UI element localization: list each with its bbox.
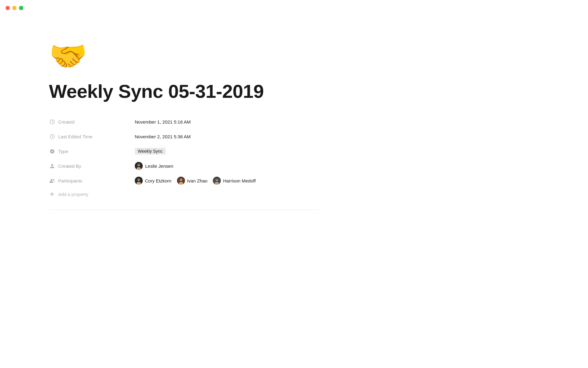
add-property-label: Add a property: [58, 192, 88, 197]
participants-group: Cory Etzkorn Ivan Zhao: [135, 177, 256, 185]
participant-cory-name: Cory Etzkorn: [145, 178, 172, 183]
clock-icon-last-edited: [49, 133, 55, 140]
property-label-participants: Participants: [49, 178, 135, 184]
property-row-created-by[interactable]: Created By Leslie Jensen: [49, 159, 318, 173]
property-label-created: Created: [49, 119, 135, 125]
avatar-cory: [135, 177, 143, 185]
type-icon: [49, 148, 55, 154]
avatar-ivan: [177, 177, 185, 185]
created-value: November 1, 2021 5:16 AM: [135, 119, 191, 125]
participants-value: Cory Etzkorn Ivan Zhao: [135, 177, 256, 185]
avatar-harrison: [213, 177, 221, 185]
property-label-last-edited: Last Edited Time: [49, 133, 135, 140]
svg-point-6: [139, 165, 140, 165]
minimize-button[interactable]: [12, 6, 17, 10]
property-label-type: Type: [49, 148, 135, 154]
participants-label: Participants: [58, 178, 82, 183]
svg-point-13: [139, 179, 140, 180]
content-divider: [49, 209, 318, 210]
property-row-type[interactable]: Type Weekly Sync: [49, 144, 318, 159]
participant-cory: Cory Etzkorn: [135, 177, 172, 185]
participant-harrison: Harrison Medoff: [213, 177, 255, 185]
type-badge[interactable]: Weekly Sync: [135, 148, 166, 155]
last-edited-value: November 2, 2021 5:36 AM: [135, 134, 191, 139]
participant-ivan: Ivan Zhao: [177, 177, 208, 185]
created-by-label: Created By: [58, 163, 81, 169]
close-button[interactable]: [6, 6, 10, 10]
svg-rect-20: [216, 178, 218, 179]
participant-ivan-name: Ivan Zhao: [187, 178, 208, 183]
clock-icon-created: [49, 119, 55, 125]
participant-harrison-name: Harrison Medoff: [223, 178, 255, 183]
svg-point-12: [138, 179, 138, 180]
titlebar: [0, 0, 588, 16]
properties-section: Created November 1, 2021 5:16 AM Last Ed…: [49, 114, 318, 200]
person-icon-created-by: [49, 163, 55, 169]
add-property-row[interactable]: Add a property: [49, 188, 318, 200]
created-label: Created: [58, 119, 74, 125]
avatar-leslie: [135, 162, 143, 170]
svg-point-8: [53, 179, 54, 181]
type-label: Type: [58, 149, 68, 154]
page-title[interactable]: Weekly Sync 05-31-2019: [49, 80, 318, 102]
main-content: 🤝 Weekly Sync 05-31-2019 Created Novembe…: [0, 0, 368, 210]
last-edited-label: Last Edited Time: [58, 134, 92, 139]
created-by-value: Leslie Jensen: [135, 162, 173, 170]
property-row-created[interactable]: Created November 1, 2021 5:16 AM: [49, 114, 318, 129]
page-icon[interactable]: 🤝: [49, 40, 318, 71]
svg-point-7: [50, 179, 52, 181]
persons-icon-participants: [49, 178, 55, 184]
property-label-created-by: Created By: [49, 163, 135, 169]
svg-point-5: [138, 165, 138, 165]
created-by-name: Leslie Jensen: [145, 163, 173, 169]
property-row-participants[interactable]: Participants: [49, 173, 318, 188]
property-row-last-edited[interactable]: Last Edited Time November 2, 2021 5:36 A…: [49, 129, 318, 144]
type-value: Weekly Sync: [135, 148, 166, 155]
plus-icon: [49, 191, 55, 197]
maximize-button[interactable]: [19, 6, 23, 10]
